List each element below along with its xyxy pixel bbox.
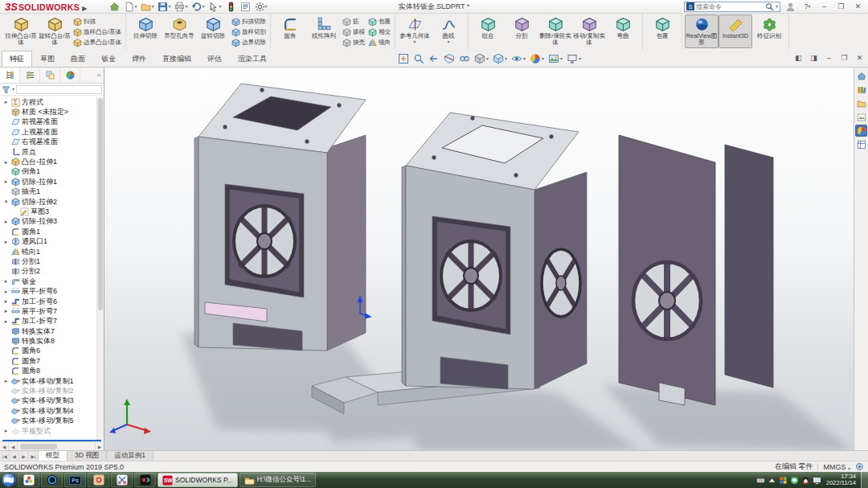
tab-weldments[interactable]: 焊件 [124, 51, 154, 67]
vscroll-thumb[interactable] [98, 98, 103, 310]
tree-vertical-scrollbar[interactable] [96, 97, 104, 440]
pane-tabs-overflow[interactable]: > [94, 68, 104, 83]
tree-item[interactable]: 实体-移动/复制5 [0, 416, 104, 426]
keyboard-icon[interactable] [756, 476, 765, 485]
doc-minimize-icon[interactable]: – [824, 52, 834, 63]
tree-item[interactable]: 实体-移动/复制4 [0, 406, 104, 416]
search-scope-icon[interactable]: S [686, 2, 694, 10]
dropdown-icon[interactable]: ▾ [168, 4, 170, 9]
enclosure-right-body[interactable] [402, 113, 587, 389]
doctab-model[interactable]: 模型 [39, 451, 68, 461]
file-explorer-tab[interactable] [855, 97, 867, 109]
expand-icon[interactable]: ▸ [2, 308, 10, 314]
tree-item[interactable]: ▸凸台-拉伸1 [0, 157, 104, 166]
tree-item[interactable]: 原点 [0, 147, 104, 157]
qq-icon[interactable] [801, 476, 810, 485]
design-library-tab[interactable] [855, 84, 867, 96]
pane-right-icon[interactable]: ◨ [809, 52, 819, 63]
hscroll-thumb[interactable] [20, 444, 57, 449]
dropdown-icon[interactable]: ▾ [265, 4, 268, 9]
wrap-button[interactable]: 包覆 [368, 17, 391, 27]
custom-properties-tab[interactable] [855, 138, 867, 150]
zoom-fit-button[interactable] [397, 52, 410, 65]
dropdown-icon[interactable]: ▾ [448, 39, 450, 44]
edit-appearance-button[interactable]: ▾ [529, 52, 545, 65]
tree-item[interactable]: 抽壳1 [0, 187, 104, 197]
open-button[interactable]: ▾ [139, 1, 155, 13]
scroll-right-icon[interactable]: ▶ [95, 442, 104, 450]
extrude-boss-button[interactable]: 拉伸凸台/基体 [4, 14, 38, 48]
tree-item[interactable]: ▸通风口1 [0, 236, 104, 246]
rib-button[interactable]: 筋 [342, 17, 365, 27]
command-search[interactable]: S ▾ [684, 2, 780, 12]
taskbar-app-launcher-colorful[interactable] [18, 473, 39, 487]
new-document-button[interactable]: ▾ [122, 1, 138, 13]
tree-item[interactable]: 材质 <未指定> [0, 107, 104, 117]
appearances-tab[interactable] [855, 125, 867, 137]
home-button[interactable] [108, 1, 121, 13]
sweep-cut-button[interactable]: 扫描切除 [231, 17, 266, 27]
resources-tab[interactable] [855, 70, 867, 82]
hole-wizard-button[interactable]: 异型孔向导 [162, 14, 196, 48]
tree-item[interactable]: 圆角6 [0, 347, 104, 356]
expand-icon[interactable]: ▸ [2, 378, 10, 384]
propertymanager-tab[interactable] [20, 68, 40, 83]
restore-button[interactable]: ❐ [834, 1, 848, 13]
flat-panel-front[interactable] [619, 135, 715, 405]
delete-keep-body-button[interactable]: 删除/保留实体 [538, 14, 572, 48]
split-body-button[interactable]: 分割 [505, 14, 538, 48]
tree-item[interactable]: ▸加工-折弯7 [0, 317, 104, 326]
tree-item[interactable]: 圆角8 [0, 367, 104, 376]
dropdown-icon[interactable]: ▾ [560, 56, 563, 61]
mirror-button[interactable]: 镜向 [368, 38, 391, 47]
tree-item[interactable]: 倒角1 [0, 167, 104, 177]
tab-direct-editing[interactable]: 直接编辑 [154, 51, 199, 67]
expand-icon[interactable]: ▸ [2, 278, 10, 285]
realview-button[interactable]: RealView图形 [685, 14, 719, 48]
curves-button[interactable]: 曲线▾ [432, 14, 465, 48]
dropdown-icon[interactable]: ▾ [202, 4, 204, 9]
filter-icon[interactable] [2, 85, 10, 94]
fillet-button[interactable]: 圆角 [273, 14, 307, 48]
taskbar-app-orange-capture[interactable] [88, 473, 109, 487]
doc-restore-icon[interactable]: ❐ [839, 52, 850, 63]
doc-close-icon[interactable]: ✕ [854, 52, 865, 63]
search-input[interactable] [696, 3, 764, 10]
expand-icon[interactable]: ▸ [2, 289, 10, 295]
display-icon[interactable] [813, 476, 821, 485]
enclosure-left-body[interactable] [194, 84, 366, 351]
select-button[interactable]: ▾ [207, 1, 223, 13]
feature-recognition-button[interactable]: 特征识别 [752, 14, 786, 48]
dropdown-icon[interactable]: ▾ [185, 4, 187, 9]
help-icon[interactable]: ?▾ [800, 1, 814, 13]
doctab-nav-3[interactable]: ▶| [29, 451, 39, 461]
tree-item[interactable]: 转换实体8 [0, 336, 104, 346]
instant3d-button[interactable]: Instant3D [719, 14, 752, 48]
move-copy-body-button[interactable]: 移动/复制实体 [572, 14, 606, 48]
tab-render-tools[interactable]: 渲染工具 [230, 51, 275, 67]
unit-system[interactable]: MMGS ▴ [823, 463, 850, 471]
tree-item[interactable]: ▸切除-拉伸3 [0, 217, 104, 227]
boundary-cut-button[interactable]: 边界切除 [231, 38, 266, 47]
view-palette-tab[interactable] [855, 111, 867, 123]
combine-button[interactable]: 组合 [471, 14, 505, 48]
taskbar-app-blue-ring[interactable] [41, 473, 63, 487]
show-hidden-icon[interactable] [768, 476, 776, 485]
print-button[interactable]: ▾ [173, 1, 189, 13]
tree-item[interactable]: ▸展平-折弯7 [0, 306, 104, 316]
tree-item[interactable]: ▸Σ方程式 [0, 97, 104, 107]
taskbar-solidworks-window[interactable]: SWSOLIDWORKS P... [158, 473, 238, 487]
tree-item[interactable]: 圆角1 [0, 227, 104, 236]
expand-icon[interactable]: ▸ [2, 99, 10, 105]
windows-update-icon[interactable] [779, 476, 788, 485]
expand-icon[interactable]: ▸ [2, 178, 10, 185]
tree-item[interactable]: 实体-移动/复制2 [0, 386, 104, 396]
tree-item[interactable]: 实体-移动/复制3 [0, 396, 104, 406]
pane-left-icon[interactable]: ◧ [793, 52, 804, 63]
doctab-other[interactable]: 3D 视图 [68, 451, 107, 461]
tree-item[interactable]: 草图3 [0, 207, 104, 216]
menu-flyout-icon[interactable]: ▶ [82, 5, 87, 12]
tree-item[interactable]: 分割2 [0, 267, 104, 277]
search-dropdown-icon[interactable]: ▾ [776, 4, 778, 9]
status-tag-icon[interactable] [855, 462, 864, 471]
